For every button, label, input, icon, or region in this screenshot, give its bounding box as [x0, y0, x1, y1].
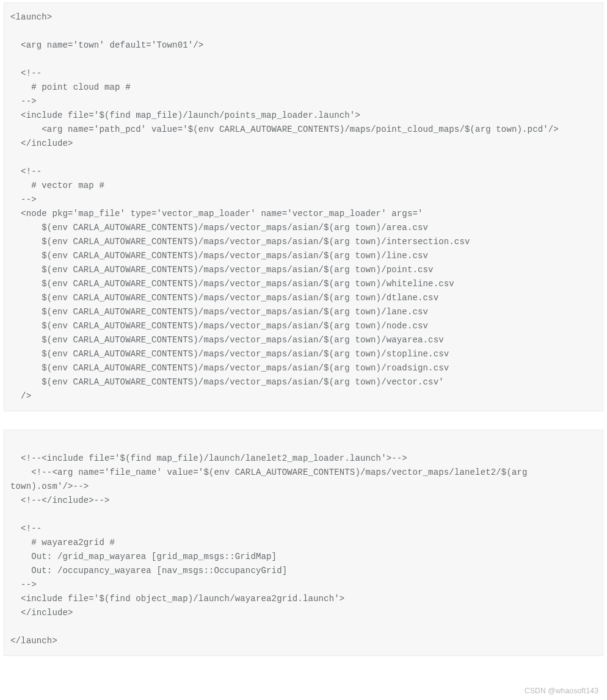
code-block-1: <launch> <arg name='town' default='Town0… — [4, 2, 603, 411]
code-block-2: <!--<include file='$(find map_file)/laun… — [4, 430, 603, 656]
code-text-1: <launch> <arg name='town' default='Town0… — [10, 10, 597, 403]
code-text-2: <!--<include file='$(find map_file)/laun… — [10, 438, 597, 648]
